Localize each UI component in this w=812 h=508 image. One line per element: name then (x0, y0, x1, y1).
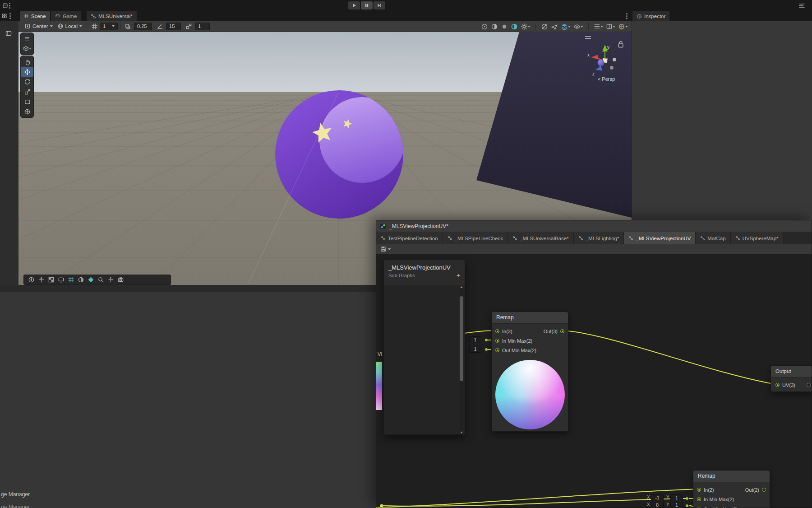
checker-icon[interactable] (48, 276, 55, 283)
shapes-tool-button[interactable] (21, 44, 33, 54)
scroll-up-icon[interactable] (460, 286, 463, 288)
more-options-icon[interactable] (9, 3, 10, 4)
grid-overlay-icon[interactable] (68, 276, 74, 283)
rotate-snap-toggle[interactable] (155, 23, 165, 30)
dark-mesh-object[interactable] (476, 32, 632, 218)
compass-icon[interactable] (28, 276, 35, 283)
layers-dropdown[interactable] (561, 23, 571, 30)
shader-graph-canvas[interactable]: Vi _MLSViewProjectionUV Sub Graphs + Rem… (376, 254, 812, 508)
tab-mlspipelinecheck[interactable]: _MLSPipeLineCheck (443, 232, 508, 244)
tab-mlsviewprojectionuv[interactable]: _MLSViewProjectionUV (624, 232, 696, 244)
tab-inspector[interactable]: Inspector (632, 11, 669, 21)
remap-node[interactable]: Remap In(3) Out(3) In Min Max(2) Out Min… (491, 312, 568, 432)
scale-snap-toggle[interactable] (184, 23, 194, 30)
scene-visibility-dropdown[interactable] (573, 23, 583, 30)
rotate-tool[interactable] (21, 77, 33, 87)
scroll-down-icon[interactable] (460, 432, 463, 433)
x-value-field[interactable]: -1 (651, 494, 664, 501)
columns-dropdown[interactable] (606, 23, 615, 30)
save-asset-button[interactable] (380, 246, 391, 252)
search-icon[interactable] (97, 276, 104, 283)
package-manager-row-cut[interactable]: ge Manager (1, 504, 30, 508)
wire-into-remap-in[interactable] (465, 331, 494, 333)
port-out-min-max[interactable] (697, 507, 701, 508)
pause-button[interactable] (361, 1, 373, 9)
port-in-min-max[interactable] (697, 497, 701, 501)
gizmo-ball[interactable] (598, 60, 604, 66)
shader-graph-titlebar[interactable]: _MLSViewProjectionUV* (376, 220, 812, 232)
port-out[interactable] (560, 329, 564, 333)
lighting-dropdown[interactable] (521, 23, 531, 30)
gizmo-dot[interactable] (610, 66, 614, 70)
move-snap-field[interactable]: 0.25 (134, 23, 152, 30)
offscreen-port-dot[interactable] (380, 504, 383, 508)
view-teal-icon[interactable] (511, 23, 518, 30)
tab-mlsuniversal[interactable]: MLSUniversal* (87, 11, 137, 21)
wire-bottom-b[interactable] (382, 499, 686, 506)
port-in[interactable] (495, 329, 499, 333)
snap-toggle[interactable] (123, 23, 133, 30)
sphere-icon[interactable] (78, 276, 84, 283)
tab-game[interactable]: Game (51, 11, 81, 21)
tab-scene[interactable]: Scene (20, 11, 50, 21)
move-tool[interactable] (21, 67, 33, 77)
gizmos-dropdown[interactable] (618, 23, 628, 30)
move-overlay-icon[interactable] (38, 276, 45, 283)
window-icon[interactable] (2, 3, 8, 9)
y-value-field[interactable]: 1 (670, 502, 683, 508)
more-options-icon[interactable] (9, 13, 11, 14)
port-out[interactable] (762, 488, 766, 492)
field-port-dot[interactable] (686, 504, 688, 507)
axis-icon[interactable] (107, 276, 114, 283)
port-extra[interactable] (807, 383, 811, 387)
audio-mute-icon[interactable] (541, 23, 548, 30)
layout-icon[interactable] (798, 3, 805, 9)
tab-matcap[interactable]: MatCap (696, 232, 730, 244)
orientation-dropdown[interactable]: Local (55, 22, 85, 31)
tab-testpipelinedetection[interactable]: TestPipelineDetection (376, 232, 443, 244)
hand-tool[interactable] (21, 57, 33, 67)
field-port-dot[interactable] (485, 348, 488, 351)
x-value-field[interactable]: 0 (651, 502, 664, 508)
play-button[interactable] (348, 1, 360, 9)
camera-dot-icon[interactable] (501, 23, 508, 30)
panel-icon[interactable] (5, 30, 12, 37)
pivot-dropdown[interactable]: Center (22, 22, 55, 31)
transform-tool[interactable] (21, 107, 33, 117)
perspective-label[interactable]: < Persp (591, 76, 622, 82)
camera-fly-icon[interactable] (551, 23, 558, 30)
scrollbar-thumb[interactable] (460, 296, 463, 381)
remap-node-2[interactable]: Remap In(2) Out(2) In Min Max(2) Out Min… (693, 470, 770, 508)
grid-size-field[interactable]: 1 (100, 23, 118, 30)
step-button[interactable] (374, 1, 385, 9)
port-in-min-max[interactable] (495, 339, 499, 343)
tab-mlslighting[interactable]: _MLSLighting* (574, 232, 624, 244)
scale-tool[interactable] (21, 87, 33, 97)
blackboard[interactable]: _MLSViewProjectionUV Sub Graphs + (383, 260, 465, 435)
port-uv[interactable] (775, 383, 780, 387)
package-manager-title-cut[interactable]: ge Manager (1, 491, 30, 498)
effects-icon[interactable] (88, 276, 94, 283)
camera-icon[interactable] (117, 276, 124, 283)
value-field[interactable]: 1 (469, 336, 481, 343)
grid-visibility-toggle[interactable] (89, 23, 100, 30)
gizmo-dot[interactable] (613, 58, 616, 61)
overlay-list-dropdown[interactable] (594, 23, 603, 30)
field-port-dot[interactable] (686, 497, 688, 500)
scale-snap-field[interactable]: 1 (195, 23, 210, 30)
add-subgraph-button[interactable]: + (457, 273, 460, 278)
port-in[interactable] (697, 488, 701, 492)
tab-mlsuniversalbase[interactable]: _MLSUniversalBase* (508, 232, 574, 244)
blackboard-scrollbar[interactable] (460, 289, 463, 431)
field-port-dot[interactable] (485, 339, 488, 341)
output-node[interactable]: Output UV(3) (770, 365, 812, 392)
hidden-node-title-cut[interactable]: Vi (378, 351, 382, 357)
tab-uvspheremap[interactable]: UVSphereMap* (731, 232, 784, 244)
port-out-min-max[interactable] (495, 348, 499, 352)
value-field[interactable]: 1 (469, 346, 481, 353)
more-options-icon[interactable] (626, 13, 627, 14)
rotate-snap-field[interactable]: 15 (166, 23, 181, 30)
shaded-mode-icon[interactable] (491, 23, 498, 30)
wire-remap-to-output[interactable] (563, 331, 775, 384)
monitor-icon[interactable] (58, 276, 65, 283)
